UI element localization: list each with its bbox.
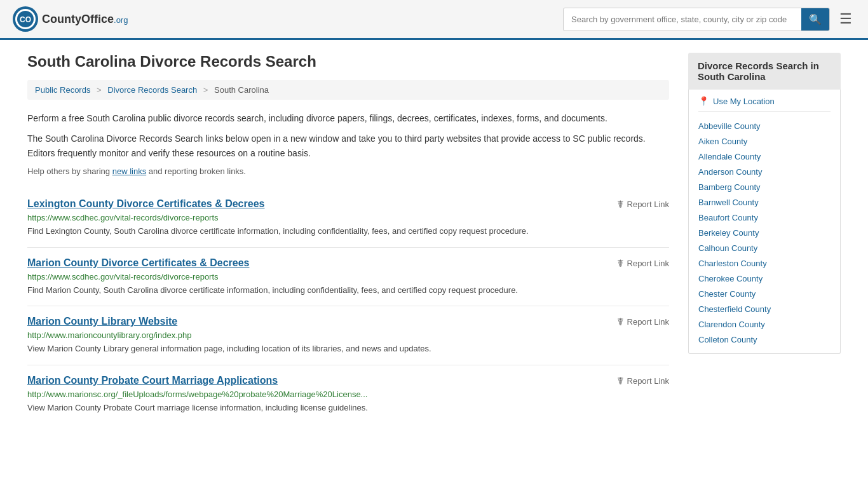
list-item: Charleston County: [698, 255, 831, 271]
result-card: Marion County Library Website ☤ Report L…: [27, 306, 669, 365]
logo-icon: CO: [13, 6, 38, 32]
list-item: Aiken County: [698, 133, 831, 149]
sidebar: Divorce Records Search in South Carolina…: [688, 53, 841, 423]
county-link-5[interactable]: Barnwell County: [698, 198, 759, 207]
page-container: South Carolina Divorce Records Search Pu…: [15, 40, 853, 436]
result-url-3[interactable]: http://www.marionsc.org/_fileUploads/for…: [27, 390, 669, 399]
result-title-1[interactable]: Marion County Divorce Certificates & Dec…: [27, 257, 249, 269]
list-item: Allendale County: [698, 149, 831, 164]
result-card: Lexington County Divorce Certificates & …: [27, 189, 669, 248]
list-item: Chester County: [698, 286, 831, 301]
list-item: Beaufort County: [698, 210, 831, 225]
intro-paragraph-2: The South Carolina Divorce Records Searc…: [27, 132, 669, 160]
breadcrumb-state: South Carolina: [214, 85, 269, 95]
sidebar-header: Divorce Records Search in South Carolina: [688, 53, 841, 90]
results-list: Lexington County Divorce Certificates & …: [27, 189, 669, 423]
list-item: Abbeville County: [698, 118, 831, 133]
result-desc-1: Find Marion County, South Carolina divor…: [27, 284, 669, 297]
new-links-link[interactable]: new links: [112, 166, 146, 176]
intro-paragraph-1: Perform a free South Carolina public div…: [27, 111, 669, 125]
list-item: Calhoun County: [698, 240, 831, 255]
report-link-3[interactable]: ☤ Report Link: [617, 375, 669, 387]
report-link-0[interactable]: ☤ Report Link: [617, 198, 669, 210]
location-icon: 📍: [698, 96, 709, 106]
logo-text: CountyOffice.org: [42, 13, 128, 26]
list-item: Cherokee County: [698, 271, 831, 286]
result-desc-3: View Marion County Probate Court marriag…: [27, 402, 669, 414]
search-input[interactable]: [564, 10, 801, 29]
main-content: South Carolina Divorce Records Search Pu…: [27, 53, 669, 423]
county-link-9[interactable]: Charleston County: [698, 259, 767, 268]
list-item: Barnwell County: [698, 194, 831, 210]
svg-text:CO: CO: [20, 15, 31, 24]
county-link-11[interactable]: Chester County: [698, 289, 756, 299]
result-desc-2: View Marion County Library general infor…: [27, 342, 669, 355]
breadcrumb: Public Records > Divorce Records Search …: [27, 80, 669, 100]
report-link-2[interactable]: ☤ Report Link: [617, 316, 669, 328]
county-link-3[interactable]: Anderson County: [698, 167, 762, 177]
county-link-0[interactable]: Abbeville County: [698, 121, 761, 131]
result-card: Marion County Divorce Certificates & Dec…: [27, 248, 669, 307]
result-url-0[interactable]: https://www.scdhec.gov/vital-records/div…: [27, 213, 669, 222]
result-card: Marion County Probate Court Marriage App…: [27, 365, 669, 424]
county-link-13[interactable]: Clarendon County: [698, 320, 765, 329]
county-link-4[interactable]: Bamberg County: [698, 182, 761, 192]
result-title-0[interactable]: Lexington County Divorce Certificates & …: [27, 198, 264, 210]
report-icon-0: ☤: [617, 198, 624, 210]
county-link-7[interactable]: Berkeley County: [698, 228, 759, 238]
sidebar-content: 📍 Use My Location Abbeville CountyAiken …: [688, 90, 841, 354]
page-title: South Carolina Divorce Records Search: [27, 53, 669, 71]
result-desc-0: Find Lexington County, South Carolina di…: [27, 225, 669, 238]
list-item: Colleton County: [698, 332, 831, 347]
result-url-2[interactable]: http://www.marioncountylibrary.org/index…: [27, 330, 669, 340]
breadcrumb-divorce-records[interactable]: Divorce Records Search: [107, 85, 197, 95]
header: CO CountyOffice.org 🔍 ☰: [0, 0, 868, 40]
county-link-12[interactable]: Chesterfield County: [698, 304, 771, 314]
use-my-location-label: Use My Location: [713, 97, 775, 106]
menu-button[interactable]: ☰: [836, 8, 855, 30]
result-title-2[interactable]: Marion County Library Website: [27, 316, 177, 327]
list-item: Bamberg County: [698, 179, 831, 194]
list-item: Anderson County: [698, 164, 831, 179]
result-url-1[interactable]: https://www.scdhec.gov/vital-records/div…: [27, 272, 669, 281]
report-icon-1: ☤: [617, 257, 624, 269]
search-button[interactable]: 🔍: [801, 8, 829, 30]
county-link-1[interactable]: Aiken County: [698, 137, 747, 146]
county-link-2[interactable]: Allendale County: [698, 152, 761, 161]
help-paragraph: Help others by sharing new links and rep…: [27, 166, 669, 176]
list-item: Berkeley County: [698, 225, 831, 240]
breadcrumb-sep2: >: [203, 85, 208, 95]
county-list: Abbeville CountyAiken CountyAllendale Co…: [698, 118, 831, 347]
result-title-3[interactable]: Marion County Probate Court Marriage App…: [27, 375, 278, 386]
breadcrumb-public-records[interactable]: Public Records: [35, 85, 90, 95]
county-link-10[interactable]: Cherokee County: [698, 274, 763, 283]
county-link-6[interactable]: Beaufort County: [698, 213, 758, 222]
report-icon-3: ☤: [617, 375, 624, 387]
county-link-8[interactable]: Calhoun County: [698, 243, 757, 253]
search-bar: 🔍: [563, 8, 830, 31]
report-link-1[interactable]: ☤ Report Link: [617, 257, 669, 269]
list-item: Clarendon County: [698, 316, 831, 332]
list-item: Chesterfield County: [698, 301, 831, 316]
breadcrumb-sep1: >: [97, 85, 102, 95]
logo-area: CO CountyOffice.org: [13, 6, 128, 32]
county-link-14[interactable]: Colleton County: [698, 335, 757, 344]
header-right: 🔍 ☰: [563, 8, 855, 31]
report-icon-2: ☤: [617, 316, 624, 328]
use-my-location[interactable]: 📍 Use My Location: [698, 96, 831, 112]
